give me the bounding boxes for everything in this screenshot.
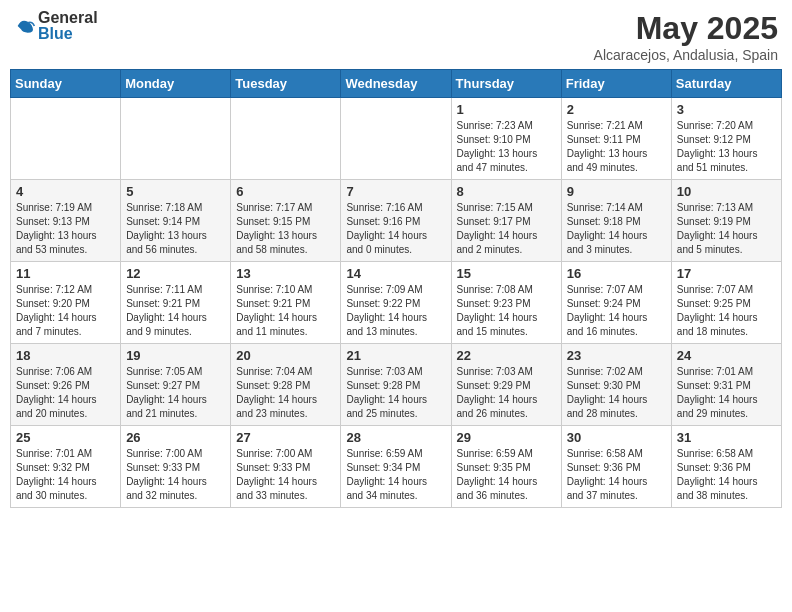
day-number: 12 (126, 266, 225, 281)
page-header: General Blue May 2025 Alcaracejos, Andal… (10, 10, 782, 63)
calendar-cell: 24Sunrise: 7:01 AM Sunset: 9:31 PM Dayli… (671, 344, 781, 426)
day-number: 2 (567, 102, 666, 117)
calendar-cell: 22Sunrise: 7:03 AM Sunset: 9:29 PM Dayli… (451, 344, 561, 426)
calendar-cell: 6Sunrise: 7:17 AM Sunset: 9:15 PM Daylig… (231, 180, 341, 262)
calendar-cell: 31Sunrise: 6:58 AM Sunset: 9:36 PM Dayli… (671, 426, 781, 508)
day-number: 21 (346, 348, 445, 363)
calendar-cell: 29Sunrise: 6:59 AM Sunset: 9:35 PM Dayli… (451, 426, 561, 508)
day-number: 22 (457, 348, 556, 363)
day-info: Sunrise: 7:01 AM Sunset: 9:32 PM Dayligh… (16, 447, 115, 503)
day-number: 11 (16, 266, 115, 281)
calendar-table: SundayMondayTuesdayWednesdayThursdayFrid… (10, 69, 782, 508)
calendar-cell (11, 98, 121, 180)
day-number: 28 (346, 430, 445, 445)
day-info: Sunrise: 7:07 AM Sunset: 9:24 PM Dayligh… (567, 283, 666, 339)
calendar-cell: 3Sunrise: 7:20 AM Sunset: 9:12 PM Daylig… (671, 98, 781, 180)
calendar-cell (121, 98, 231, 180)
day-info: Sunrise: 6:59 AM Sunset: 9:34 PM Dayligh… (346, 447, 445, 503)
calendar-header-tuesday: Tuesday (231, 70, 341, 98)
calendar-cell: 9Sunrise: 7:14 AM Sunset: 9:18 PM Daylig… (561, 180, 671, 262)
calendar-cell: 15Sunrise: 7:08 AM Sunset: 9:23 PM Dayli… (451, 262, 561, 344)
day-info: Sunrise: 7:07 AM Sunset: 9:25 PM Dayligh… (677, 283, 776, 339)
calendar-cell (231, 98, 341, 180)
day-info: Sunrise: 7:00 AM Sunset: 9:33 PM Dayligh… (126, 447, 225, 503)
location-subtitle: Alcaracejos, Andalusia, Spain (594, 47, 778, 63)
day-info: Sunrise: 7:13 AM Sunset: 9:19 PM Dayligh… (677, 201, 776, 257)
calendar-cell: 2Sunrise: 7:21 AM Sunset: 9:11 PM Daylig… (561, 98, 671, 180)
day-number: 13 (236, 266, 335, 281)
day-info: Sunrise: 7:23 AM Sunset: 9:10 PM Dayligh… (457, 119, 556, 175)
calendar-header-saturday: Saturday (671, 70, 781, 98)
calendar-cell: 20Sunrise: 7:04 AM Sunset: 9:28 PM Dayli… (231, 344, 341, 426)
day-info: Sunrise: 7:01 AM Sunset: 9:31 PM Dayligh… (677, 365, 776, 421)
month-year-title: May 2025 (594, 10, 778, 47)
logo-icon (16, 16, 36, 36)
day-number: 24 (677, 348, 776, 363)
title-block: May 2025 Alcaracejos, Andalusia, Spain (594, 10, 778, 63)
calendar-cell: 18Sunrise: 7:06 AM Sunset: 9:26 PM Dayli… (11, 344, 121, 426)
day-number: 5 (126, 184, 225, 199)
logo-text: General Blue (38, 10, 98, 42)
calendar-cell: 16Sunrise: 7:07 AM Sunset: 9:24 PM Dayli… (561, 262, 671, 344)
day-info: Sunrise: 7:19 AM Sunset: 9:13 PM Dayligh… (16, 201, 115, 257)
calendar-cell: 8Sunrise: 7:15 AM Sunset: 9:17 PM Daylig… (451, 180, 561, 262)
calendar-cell: 7Sunrise: 7:16 AM Sunset: 9:16 PM Daylig… (341, 180, 451, 262)
calendar-cell: 21Sunrise: 7:03 AM Sunset: 9:28 PM Dayli… (341, 344, 451, 426)
calendar-cell: 1Sunrise: 7:23 AM Sunset: 9:10 PM Daylig… (451, 98, 561, 180)
day-info: Sunrise: 6:58 AM Sunset: 9:36 PM Dayligh… (567, 447, 666, 503)
day-info: Sunrise: 7:02 AM Sunset: 9:30 PM Dayligh… (567, 365, 666, 421)
calendar-cell: 17Sunrise: 7:07 AM Sunset: 9:25 PM Dayli… (671, 262, 781, 344)
calendar-week-4: 18Sunrise: 7:06 AM Sunset: 9:26 PM Dayli… (11, 344, 782, 426)
calendar-cell: 25Sunrise: 7:01 AM Sunset: 9:32 PM Dayli… (11, 426, 121, 508)
day-info: Sunrise: 7:16 AM Sunset: 9:16 PM Dayligh… (346, 201, 445, 257)
day-number: 7 (346, 184, 445, 199)
day-info: Sunrise: 7:10 AM Sunset: 9:21 PM Dayligh… (236, 283, 335, 339)
calendar-week-1: 1Sunrise: 7:23 AM Sunset: 9:10 PM Daylig… (11, 98, 782, 180)
logo-blue-text: Blue (38, 26, 98, 42)
day-number: 8 (457, 184, 556, 199)
day-number: 6 (236, 184, 335, 199)
calendar-cell: 23Sunrise: 7:02 AM Sunset: 9:30 PM Dayli… (561, 344, 671, 426)
day-number: 29 (457, 430, 556, 445)
day-number: 31 (677, 430, 776, 445)
day-info: Sunrise: 6:58 AM Sunset: 9:36 PM Dayligh… (677, 447, 776, 503)
day-number: 27 (236, 430, 335, 445)
calendar-week-3: 11Sunrise: 7:12 AM Sunset: 9:20 PM Dayli… (11, 262, 782, 344)
day-info: Sunrise: 7:11 AM Sunset: 9:21 PM Dayligh… (126, 283, 225, 339)
calendar-header-friday: Friday (561, 70, 671, 98)
day-info: Sunrise: 7:03 AM Sunset: 9:29 PM Dayligh… (457, 365, 556, 421)
day-info: Sunrise: 7:06 AM Sunset: 9:26 PM Dayligh… (16, 365, 115, 421)
day-info: Sunrise: 7:04 AM Sunset: 9:28 PM Dayligh… (236, 365, 335, 421)
day-info: Sunrise: 7:14 AM Sunset: 9:18 PM Dayligh… (567, 201, 666, 257)
calendar-header-sunday: Sunday (11, 70, 121, 98)
day-number: 14 (346, 266, 445, 281)
day-number: 18 (16, 348, 115, 363)
day-info: Sunrise: 7:03 AM Sunset: 9:28 PM Dayligh… (346, 365, 445, 421)
day-info: Sunrise: 7:09 AM Sunset: 9:22 PM Dayligh… (346, 283, 445, 339)
day-number: 4 (16, 184, 115, 199)
calendar-week-5: 25Sunrise: 7:01 AM Sunset: 9:32 PM Dayli… (11, 426, 782, 508)
day-info: Sunrise: 7:20 AM Sunset: 9:12 PM Dayligh… (677, 119, 776, 175)
day-info: Sunrise: 6:59 AM Sunset: 9:35 PM Dayligh… (457, 447, 556, 503)
calendar-cell: 10Sunrise: 7:13 AM Sunset: 9:19 PM Dayli… (671, 180, 781, 262)
calendar-cell: 13Sunrise: 7:10 AM Sunset: 9:21 PM Dayli… (231, 262, 341, 344)
day-number: 23 (567, 348, 666, 363)
calendar-cell: 27Sunrise: 7:00 AM Sunset: 9:33 PM Dayli… (231, 426, 341, 508)
calendar-cell: 28Sunrise: 6:59 AM Sunset: 9:34 PM Dayli… (341, 426, 451, 508)
calendar-header-row: SundayMondayTuesdayWednesdayThursdayFrid… (11, 70, 782, 98)
day-number: 30 (567, 430, 666, 445)
calendar-cell (341, 98, 451, 180)
calendar-cell: 30Sunrise: 6:58 AM Sunset: 9:36 PM Dayli… (561, 426, 671, 508)
day-info: Sunrise: 7:05 AM Sunset: 9:27 PM Dayligh… (126, 365, 225, 421)
calendar-cell: 4Sunrise: 7:19 AM Sunset: 9:13 PM Daylig… (11, 180, 121, 262)
day-info: Sunrise: 7:17 AM Sunset: 9:15 PM Dayligh… (236, 201, 335, 257)
calendar-cell: 19Sunrise: 7:05 AM Sunset: 9:27 PM Dayli… (121, 344, 231, 426)
calendar-cell: 11Sunrise: 7:12 AM Sunset: 9:20 PM Dayli… (11, 262, 121, 344)
calendar-header-monday: Monday (121, 70, 231, 98)
day-number: 26 (126, 430, 225, 445)
day-number: 15 (457, 266, 556, 281)
calendar-header-wednesday: Wednesday (341, 70, 451, 98)
day-number: 19 (126, 348, 225, 363)
logo: General Blue (14, 10, 98, 42)
calendar-cell: 5Sunrise: 7:18 AM Sunset: 9:14 PM Daylig… (121, 180, 231, 262)
